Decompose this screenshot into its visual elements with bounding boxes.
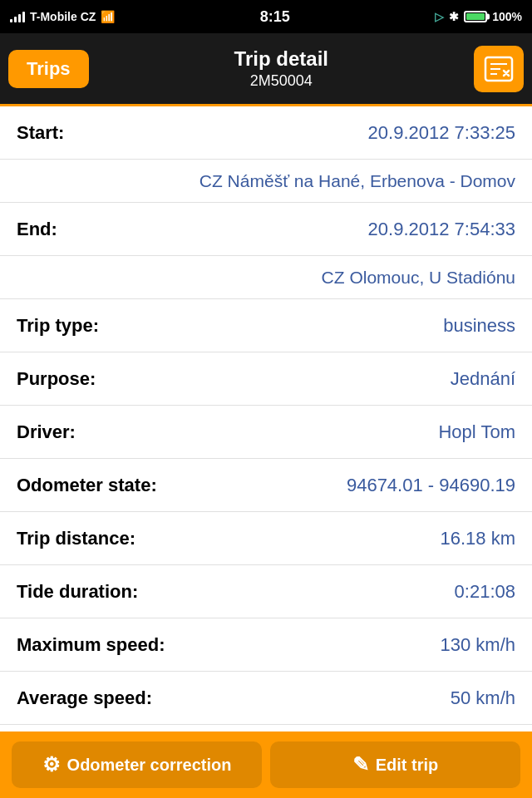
edit-icon: ✎ bbox=[352, 753, 369, 776]
battery-label: 100% bbox=[492, 10, 522, 23]
odometer-correction-button[interactable]: ⚙ Odometer correction bbox=[12, 741, 262, 788]
odometer-state-label: Odometer state: bbox=[17, 475, 157, 496]
driver-row: Driver: Hopl Tom bbox=[0, 406, 532, 459]
end-value: 20.9.2012 7:54:33 bbox=[368, 219, 515, 240]
max-speed-value: 130 km/h bbox=[441, 634, 516, 656]
back-button[interactable]: Trips bbox=[8, 50, 89, 88]
start-address-row: CZ Náměšť na Hané, Erbenova - Domov bbox=[0, 160, 532, 203]
avg-speed-value: 50 km/h bbox=[451, 687, 515, 709]
purpose-label: Purpose: bbox=[17, 368, 96, 390]
end-address-row: CZ Olomouc, U Stadiónu bbox=[0, 256, 532, 299]
export-icon bbox=[484, 54, 514, 84]
status-right: ▷ ✱ 100% bbox=[435, 10, 522, 23]
avg-speed-row: Average speed: 50 km/h bbox=[0, 672, 532, 725]
end-label: End: bbox=[17, 219, 57, 240]
tide-duration-label: Tide duration: bbox=[17, 581, 138, 603]
avg-speed-label: Average speed: bbox=[17, 687, 152, 709]
trip-type-row: Trip type: business bbox=[0, 299, 532, 352]
trip-distance-value: 16.18 km bbox=[441, 528, 516, 549]
end-row: End: 20.9.2012 7:54:33 bbox=[0, 203, 532, 256]
odometer-state-value: 94674.01 - 94690.19 bbox=[347, 475, 515, 496]
trip-type-label: Trip type: bbox=[17, 315, 99, 337]
driver-value: Hopl Tom bbox=[438, 421, 515, 443]
status-bar: T-Mobile CZ 📶 8:15 ▷ ✱ 100% bbox=[0, 0, 532, 33]
start-row: Start: 20.9.2012 7:33:25 bbox=[0, 106, 532, 160]
page-title: Trip detail bbox=[234, 47, 328, 71]
odometer-icon: ⚙ bbox=[42, 753, 61, 776]
odometer-correction-label: Odometer correction bbox=[67, 756, 232, 775]
content-area: Start: 20.9.2012 7:33:25 CZ Náměšť na Ha… bbox=[0, 106, 532, 732]
export-button[interactable] bbox=[474, 46, 524, 92]
bluetooth-icon: ✱ bbox=[449, 10, 459, 23]
tide-duration-value: 0:21:08 bbox=[455, 581, 515, 603]
battery-icon bbox=[464, 11, 487, 22]
purpose-value: Jednání bbox=[451, 368, 515, 390]
trip-type-value: business bbox=[443, 315, 515, 337]
start-value: 20.9.2012 7:33:25 bbox=[368, 122, 515, 144]
time-label: 8:15 bbox=[260, 8, 290, 26]
signal-icon bbox=[10, 11, 25, 22]
purpose-row: Purpose: Jednání bbox=[0, 352, 532, 406]
carrier-label: T-Mobile CZ bbox=[30, 10, 96, 23]
max-speed-row: Maximum speed: 130 km/h bbox=[0, 618, 532, 672]
status-left: T-Mobile CZ 📶 bbox=[10, 10, 115, 23]
location-icon: ▷ bbox=[435, 10, 444, 23]
end-address-value: CZ Olomouc, U Stadiónu bbox=[322, 268, 515, 288]
max-speed-label: Maximum speed: bbox=[17, 634, 165, 656]
edit-trip-label: Edit trip bbox=[376, 756, 439, 775]
driver-label: Driver: bbox=[17, 421, 76, 443]
start-address-value: CZ Náměšť na Hané, Erbenova - Domov bbox=[200, 171, 515, 191]
start-label: Start: bbox=[17, 122, 64, 144]
note-row: Note: bbox=[0, 725, 532, 732]
trip-id: 2M50004 bbox=[250, 72, 313, 90]
trip-distance-label: Trip distance: bbox=[17, 528, 135, 549]
nav-title-area: Trip detail 2M50004 bbox=[234, 47, 328, 90]
bottom-toolbar: ⚙ Odometer correction ✎ Edit trip bbox=[0, 732, 532, 798]
edit-trip-button[interactable]: ✎ Edit trip bbox=[270, 741, 520, 788]
odometer-state-row: Odometer state: 94674.01 - 94690.19 bbox=[0, 459, 532, 512]
tide-duration-row: Tide duration: 0:21:08 bbox=[0, 565, 532, 618]
nav-bar: Trips Trip detail 2M50004 bbox=[0, 33, 532, 106]
trip-distance-row: Trip distance: 16.18 km bbox=[0, 512, 532, 565]
wifi-icon: 📶 bbox=[101, 10, 115, 23]
